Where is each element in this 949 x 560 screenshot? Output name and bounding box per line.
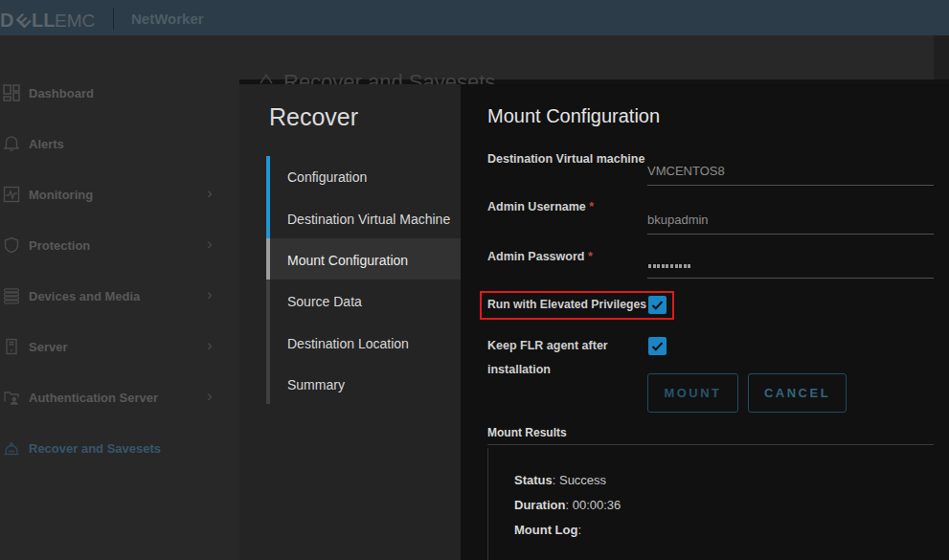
svg-text:LL: LL [32,11,55,31]
svg-text:EMC: EMC [55,11,95,31]
svg-text:D: D [0,11,13,31]
